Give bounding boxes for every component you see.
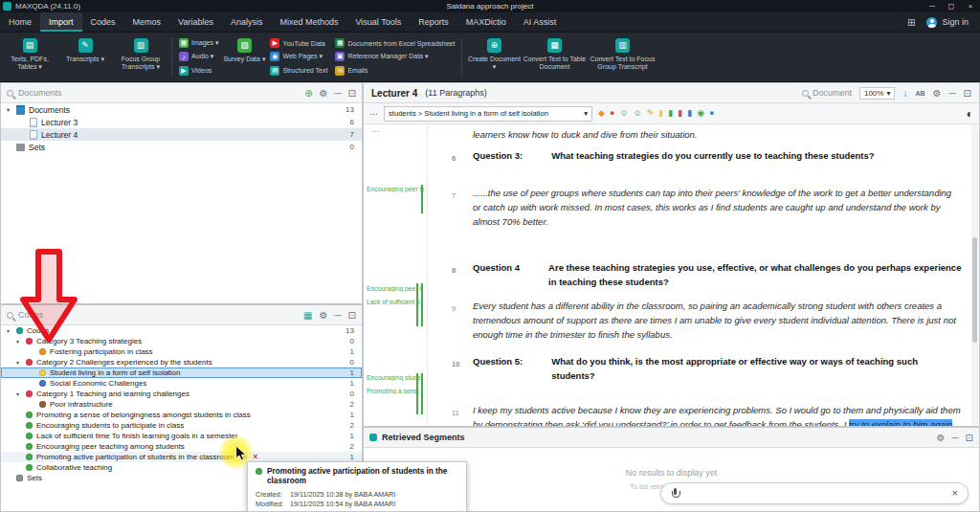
- code-row-student-living-self-isolation[interactable]: Student living in a form of self isolati…: [1, 367, 362, 378]
- ribbon-web-pages-button[interactable]: ◉ Web Pages ▾: [270, 51, 327, 63]
- code-row-lack-of-sufficient-time[interactable]: Lack of sufficient time To finish learni…: [1, 431, 362, 441]
- emoticode-icon[interactable]: ◆: [598, 109, 605, 118]
- tab-memos[interactable]: Memos: [124, 12, 170, 32]
- highlight-green-icon[interactable]: ▮: [668, 109, 673, 118]
- minimize-panel-icon[interactable]: ─: [949, 88, 956, 99]
- expander-icon[interactable]: ▾: [7, 106, 16, 114]
- highlight-yellow-icon[interactable]: ▮: [658, 109, 663, 118]
- ribbon-focus-group-transcripts-button[interactable]: ▥ Focus Group Transcripts ▾: [113, 35, 168, 78]
- coding-stripe-label[interactable]: Promoting a sens: [367, 388, 424, 394]
- sign-in-button[interactable]: Sign in: [926, 17, 969, 28]
- paragraph-marker-icon[interactable]: ●: [709, 109, 714, 118]
- ribbon-convert-text-to-table-button[interactable]: ▦ Convert Text to Table Document: [523, 35, 586, 78]
- code-label: Sets: [27, 474, 42, 482]
- ribbon-emails-button[interactable]: ✉ Emails: [335, 64, 455, 77]
- ribbon-structured-text-button[interactable]: ▤ Structured Text: [270, 64, 327, 77]
- code-row-poor-infrastructure[interactable]: Poor infrastructure 2: [1, 399, 362, 410]
- documents-search-input[interactable]: Documents: [7, 88, 300, 98]
- text-document-icon: [30, 118, 37, 127]
- minimize-panel-icon[interactable]: ─: [335, 310, 342, 321]
- gear-icon[interactable]: ⚙: [933, 88, 942, 99]
- chevron-down-icon: ▾: [886, 89, 890, 98]
- expander-icon[interactable]: ▾: [16, 390, 26, 397]
- undock-panel-icon[interactable]: ⊡: [348, 88, 356, 99]
- ribbon-convert-text-to-focus-group-button[interactable]: ▥ Convert Text to Focus Group Transcript: [586, 35, 658, 78]
- ribbon-survey-data-button[interactable]: ▧ Survey Data ▾: [222, 35, 266, 78]
- code-red-icon[interactable]: ●: [610, 109, 614, 118]
- window-maximize-icon[interactable]: ◻: [942, 2, 961, 11]
- ribbon-reference-manager-button[interactable]: ▣ Reference Manager Data ▾: [335, 51, 455, 63]
- close-icon[interactable]: ×: [952, 488, 958, 499]
- document-row-lecturer-4[interactable]: Lecturer 4 7: [1, 128, 362, 141]
- add-document-icon[interactable]: ⊕: [304, 88, 312, 99]
- gear-icon[interactable]: ⚙: [320, 310, 328, 321]
- export-icon[interactable]: ↓: [902, 88, 907, 99]
- stripe-overflow-icon[interactable]: ⋯: [371, 126, 380, 136]
- ribbon-audio-button[interactable]: ♪ Audio ▾: [179, 51, 218, 63]
- paragraph-number: 10: [452, 354, 473, 383]
- scrollbar-thumb[interactable]: [972, 237, 977, 343]
- tab-reports[interactable]: Reports: [410, 12, 457, 32]
- tab-codes[interactable]: Codes: [82, 12, 124, 32]
- tab-home[interactable]: Home: [0, 12, 40, 32]
- code-segment-remove-icon[interactable]: ×: [253, 453, 257, 461]
- undock-panel-icon[interactable]: ⊡: [348, 310, 356, 321]
- comment-icon[interactable]: ◉: [697, 109, 704, 118]
- coding-stripe-label[interactable]: Lack of sufficient ti: [367, 299, 424, 305]
- text-document-icon: [30, 130, 37, 140]
- expander-icon[interactable]: ▾: [16, 359, 26, 366]
- coding-stripe-label[interactable]: Encouraging stude: [367, 374, 424, 381]
- code-row-promoting-belongingness[interactable]: Promoting a sense of belongingness among…: [1, 410, 362, 420]
- ribbon-youtube-data-button[interactable]: ▶ YouTube Data: [270, 37, 327, 50]
- tab-visual-tools[interactable]: Visual Tools: [346, 12, 410, 32]
- theme-toggle-icon[interactable]: ◐: [967, 107, 973, 121]
- ribbon-create-document-button[interactable]: ⊕ Create Document ▾: [465, 35, 523, 78]
- minimize-panel-icon[interactable]: ─: [335, 88, 342, 99]
- active-code-dropdown[interactable]: students > Student living in a form of s…: [384, 106, 592, 122]
- window-close-icon[interactable]: ×: [961, 2, 980, 11]
- code-row-encouraging-peer-teaching[interactable]: Encouraging peer teaching among students…: [1, 441, 362, 452]
- undock-panel-icon[interactable]: ⊡: [966, 433, 973, 443]
- overflow-icon[interactable]: ⋯: [369, 109, 378, 119]
- ribbon-images-button[interactable]: ▦ Images ▾: [179, 37, 218, 50]
- code-row-encouraging-students-participate[interactable]: Encouraging students to participate in c…: [1, 420, 362, 431]
- tab-ai-assist[interactable]: AI Assist: [515, 12, 566, 32]
- code-table-view-icon[interactable]: ▦: [303, 310, 312, 321]
- coding-stripe-label[interactable]: Encouraging peer tea: [367, 186, 424, 192]
- code-row-social-economic-challenges[interactable]: Social Economic Challenges 1: [1, 378, 362, 389]
- document-sets-row[interactable]: Sets 0: [1, 141, 362, 153]
- document-text-area[interactable]: ⋯ Encouraging peer tea Encouraging peer …: [364, 124, 979, 426]
- code-row-fostering-participation[interactable]: Fostering participation in class 1: [1, 346, 362, 357]
- tab-analysis[interactable]: Analysis: [222, 12, 272, 32]
- ribbon-transcripts-button[interactable]: ✎ Transcripts ▾: [57, 35, 113, 78]
- highlight-red-icon[interactable]: ▮: [678, 109, 682, 118]
- tab-maxdictio[interactable]: MAXDictio: [457, 12, 515, 32]
- apps-grid-icon[interactable]: ⊞: [907, 17, 915, 28]
- edit-pencil-icon[interactable]: ✎: [647, 109, 655, 118]
- document-root-row[interactable]: ▾ Documents 13: [1, 103, 362, 116]
- code-row-category-1[interactable]: ▾ Category 1 Teaching and learning chall…: [1, 389, 362, 399]
- gear-icon[interactable]: ⚙: [320, 88, 328, 99]
- document-search-input[interactable]: Document: [802, 88, 852, 98]
- smiley-code-2-icon[interactable]: ☺: [634, 109, 642, 118]
- microphone-icon[interactable]: [671, 488, 679, 500]
- vertical-scrollbar[interactable]: [971, 124, 978, 426]
- highlight-blue-icon[interactable]: ▮: [687, 109, 692, 118]
- smiley-code-icon[interactable]: ☺: [619, 109, 628, 118]
- document-row-lecturer-3[interactable]: Lecturer 3 6: [1, 116, 362, 128]
- ribbon-texts-pdfs-tables-button[interactable]: ▤ Texts, PDFs, Tables ▾: [2, 35, 57, 78]
- dictation-search-bar[interactable]: ×: [660, 482, 969, 504]
- code-row-category-2[interactable]: ▾ Category 2 Challenges experienced by t…: [1, 357, 362, 367]
- window-minimize-icon[interactable]: ─: [923, 2, 942, 11]
- tab-variables[interactable]: Variables: [169, 12, 222, 32]
- tab-mixed-methods[interactable]: Mixed Methods: [271, 12, 346, 32]
- zoom-select[interactable]: 100% ▾: [859, 87, 895, 100]
- coding-stripe-label[interactable]: Encouraging peer t: [367, 285, 424, 292]
- undock-panel-icon[interactable]: ⊡: [964, 88, 971, 99]
- ribbon-documents-from-excel-button[interactable]: ▦ Documents from Excel Spreadsheet: [335, 37, 455, 50]
- ribbon-videos-button[interactable]: ▶ Videos: [179, 64, 218, 77]
- gear-icon[interactable]: ⚙: [937, 433, 946, 443]
- tab-import[interactable]: Import: [40, 12, 82, 32]
- minimize-panel-icon[interactable]: ─: [952, 433, 959, 443]
- translate-icon[interactable]: AB: [915, 90, 924, 97]
